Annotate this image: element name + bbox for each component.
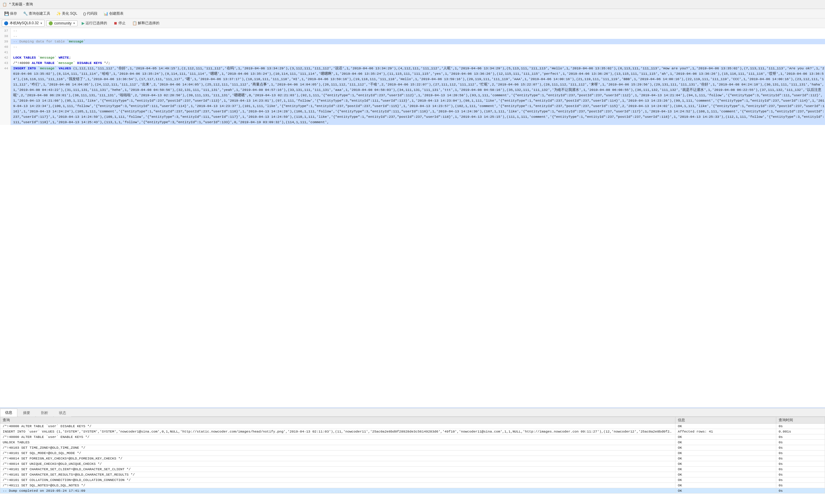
table-row: /*!40111 SET SQL_NOTES=@OLD_SQL_NOTES */… xyxy=(0,483,825,488)
title-bar: 📋 * 无标题 - 查询 xyxy=(0,0,825,9)
explain-label: 解释已选择的 xyxy=(138,21,159,26)
results-tabs: 信息 摘要 剖析 状态 xyxy=(0,408,825,417)
tab-info[interactable]: 信息 xyxy=(0,409,17,417)
line-number: 37 xyxy=(0,28,11,33)
db-schema-selector[interactable]: 🟢 community ▼ xyxy=(46,20,77,26)
cell-info: OK xyxy=(675,483,776,488)
run-selected-button[interactable]: ▶ 运行已选择的 xyxy=(79,20,109,26)
cell-info: OK xyxy=(675,467,776,472)
main-content: 37--38--39-- Dumping data for table `mes… xyxy=(0,28,825,504)
tab-status[interactable]: 状态 xyxy=(54,409,71,417)
cell-info: OK xyxy=(675,461,776,467)
cell-query: /*!40101 SET COLLATION_CONNECTION=@OLD_C… xyxy=(0,478,675,483)
stop-icon: ⏹ xyxy=(114,21,118,25)
create-chart-icon: 📊 xyxy=(103,11,108,16)
col-time: 查询时间 xyxy=(776,417,825,424)
cell-info: OK xyxy=(675,456,776,461)
query-builder-button[interactable]: 🔧 查询创建工具 xyxy=(21,10,53,17)
db-schema-name: community xyxy=(54,21,72,25)
cell-info: OK xyxy=(675,440,776,445)
line-content: -- xyxy=(11,28,825,33)
line-number: 44 xyxy=(0,66,11,125)
toolbar: 💾 保存 🔧 查询创建工具 ✨ 美化 SQL () 代码段 📊 创建图表 xyxy=(0,9,825,18)
table-row: /*!40101 SET COLLATION_CONNECTION=@OLD_C… xyxy=(0,478,825,483)
save-button[interactable]: 💾 保存 xyxy=(2,10,19,17)
col-query: 查询 xyxy=(0,417,675,424)
line-number: 40 xyxy=(0,44,11,50)
editor-line: 42LOCK TABLES `message` WRITE; xyxy=(0,55,825,60)
line-number: 42 xyxy=(0,55,11,60)
line-content: -- Dumping data for table `message` xyxy=(11,39,825,44)
cell-query: /*!40103 SET TIME_ZONE=@OLD_TIME_ZONE */ xyxy=(0,445,675,450)
tab-profile[interactable]: 剖析 xyxy=(36,409,53,417)
create-chart-button[interactable]: 📊 创建图表 xyxy=(101,10,126,17)
cell-query: INSERT INTO `user` VALUES (1,'SYSTEM','S… xyxy=(0,429,675,434)
code-segment-label: 代码段 xyxy=(87,11,97,16)
cell-query: /*!40101 SET CHARACTER_SET_RESULTS=@OLD_… xyxy=(0,472,675,478)
db-connection-arrow: ▼ xyxy=(40,22,43,25)
cell-query: /*!40101 SET SQL_MODE=@OLD_SQL_MODE */ xyxy=(0,450,675,456)
editor-line: 39-- Dumping data for table `message` xyxy=(0,39,825,44)
save-icon: 💾 xyxy=(4,11,9,16)
results-table[interactable]: 查询 信息 查询时间 /*!40000 ALTER TABLE `user` D… xyxy=(0,417,825,504)
table-row: /*!40014 SET FOREIGN_KEY_CHECKS=@OLD_FOR… xyxy=(0,456,825,461)
run-label: 运行已选择的 xyxy=(86,21,107,26)
cell-query: /*!40111 SET SQL_NOTES=@OLD_SQL_NOTES */ xyxy=(0,483,675,488)
explain-icon: 📋 xyxy=(132,21,137,25)
cell-info: OK xyxy=(675,434,776,440)
editor-area[interactable]: 37--38--39-- Dumping data for table `mes… xyxy=(0,28,825,408)
cell-info: OK xyxy=(675,472,776,478)
run-icon: ▶ xyxy=(82,21,85,25)
editor-line: 37-- xyxy=(0,28,825,33)
cell-query: -- Dump completed on 2019-05-24 17:41:09 xyxy=(0,488,675,494)
explain-button[interactable]: 📋 解释已选择的 xyxy=(130,20,162,26)
cell-time: 0s xyxy=(776,456,825,461)
cell-query: /*!40101 SET CHARACTER_SET_CLIENT=@OLD_C… xyxy=(0,467,675,472)
table-row: /*!40103 SET TIME_ZONE=@OLD_TIME_ZONE */… xyxy=(0,445,825,450)
line-number: 43 xyxy=(0,60,11,66)
line-content: -- xyxy=(11,44,825,50)
cell-info: OK xyxy=(675,424,776,429)
db-connection-selector[interactable]: 🔵 本机MySQL8.0.32 ▼ xyxy=(2,20,45,26)
cell-query: /*!40014 SET FOREIGN_KEY_CHECKS=@OLD_FOR… xyxy=(0,456,675,461)
title-icon: 📋 xyxy=(2,2,7,7)
table-row: /*!40014 SET UNIQUE_CHECKS=@OLD_UNIQUE_C… xyxy=(0,461,825,467)
query-builder-label: 查询创建工具 xyxy=(29,11,50,16)
line-content: LOCK TABLES `message` WRITE; xyxy=(11,55,825,60)
beautify-label: 美化 SQL xyxy=(62,11,77,16)
db-schema-icon: 🟢 xyxy=(49,21,53,25)
line-content xyxy=(11,50,825,55)
table-row: UNLOCK TABLESOK0s xyxy=(0,440,825,445)
cell-time: 0s xyxy=(776,450,825,456)
editor-line: 41 xyxy=(0,50,825,55)
cell-time: 0s xyxy=(776,461,825,467)
db-connection-name: 本机MySQL8.0.32 xyxy=(10,21,39,26)
editor-line: 44INSERT INTO `message` VALUES (1,112,11… xyxy=(0,66,825,125)
window-title: * 无标题 - 查询 xyxy=(9,2,33,7)
line-content: INSERT INTO `message` VALUES (1,112,111,… xyxy=(11,66,825,125)
cell-time: 0s xyxy=(776,445,825,450)
line-content: -- xyxy=(11,33,825,39)
stop-label: 停止 xyxy=(119,21,126,26)
beautify-button[interactable]: ✨ 美化 SQL xyxy=(54,10,80,17)
cell-time: 0s xyxy=(776,467,825,472)
editor-line: 38-- xyxy=(0,33,825,39)
stop-button[interactable]: ⏹ 停止 xyxy=(111,20,128,26)
cell-time: 0s xyxy=(776,434,825,440)
cell-info: OK xyxy=(675,478,776,483)
table-row: /*!40000 ALTER TABLE `user` ENABLE KEYS … xyxy=(0,434,825,440)
cell-time: 0.001s xyxy=(776,429,825,434)
code-segment-button[interactable]: () 代码段 xyxy=(81,10,100,17)
editor-line: 43/*!40000 ALTER TABLE `message` DISABLE… xyxy=(0,60,825,66)
save-label: 保存 xyxy=(10,11,17,16)
tab-summary[interactable]: 摘要 xyxy=(18,409,35,417)
cell-info: OK xyxy=(675,450,776,456)
db-connection-icon: 🔵 xyxy=(4,21,8,25)
col-info: 信息 xyxy=(675,417,776,424)
table-row: /*!40101 SET CHARACTER_SET_CLIENT=@OLD_C… xyxy=(0,467,825,472)
cell-info: OK xyxy=(675,445,776,450)
results-data-table: 查询 信息 查询时间 /*!40000 ALTER TABLE `user` D… xyxy=(0,417,825,494)
db-bar: 🔵 本机MySQL8.0.32 ▼ 🟢 community ▼ ▶ 运行已选择的… xyxy=(0,18,825,28)
line-number: 38 xyxy=(0,33,11,39)
cell-time: 0s xyxy=(776,483,825,488)
